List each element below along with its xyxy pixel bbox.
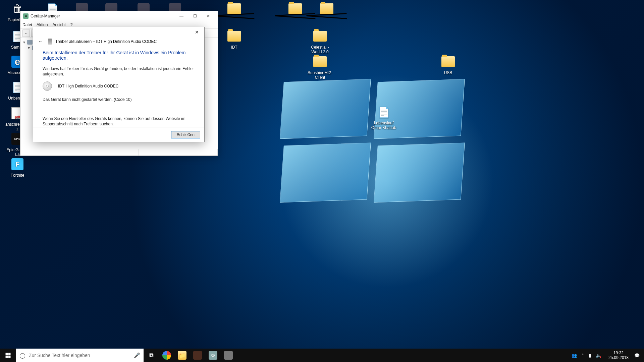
redaction-scribble — [307, 14, 347, 22]
fortnite-icon: F — [10, 157, 25, 172]
taskbar-app-chrome[interactable] — [159, 349, 174, 362]
desktop-icon[interactable] — [282, 1, 308, 17]
device-name: IDT High Definition Audio CODEC — [58, 84, 119, 88]
menu-action[interactable]: Aktion — [37, 22, 48, 27]
dialog-header: Treiber aktualisieren – IDT High Definit… — [55, 39, 157, 44]
start-button[interactable] — [0, 349, 16, 362]
windows-logo-art — [282, 80, 470, 201]
menu-view[interactable]: Ansicht — [52, 22, 65, 27]
driver-update-dialog: ✕ ← Treiber aktualisieren – IDT High Def… — [33, 27, 205, 142]
redaction-scribble — [214, 14, 254, 22]
hint-text: Wenn Sie den Hersteller des Geräts kenne… — [43, 116, 195, 127]
tray-clock[interactable]: 19:32 25.09.2018 — [605, 351, 632, 360]
desktop-icon-label: Fortnite — [5, 173, 30, 178]
desktop-icon[interactable] — [314, 1, 339, 17]
clock-time: 19:32 — [608, 351, 629, 355]
desktop-icon[interactable] — [221, 1, 247, 17]
statusbar — [20, 149, 218, 156]
close-button[interactable]: Schließen — [171, 131, 200, 138]
action-center-icon[interactable]: 💬 — [632, 349, 642, 362]
desktop-icon[interactable]: USB — [435, 54, 461, 75]
nav-back-button[interactable]: ← — [22, 29, 30, 37]
device-manager-icon: ⚙ — [23, 13, 29, 19]
computer-icon — [27, 40, 33, 45]
taskbar-app-generic2[interactable] — [221, 349, 236, 362]
back-button[interactable]: ← — [37, 38, 45, 45]
desktop-icon[interactable]: SunshineMt2-Client — [307, 54, 333, 80]
minimize-button[interactable]: — — [175, 11, 188, 21]
dialog-headline: Beim Installieren der Treiber für Ihr Ge… — [43, 50, 195, 61]
window-title: Geräte-Manager — [31, 14, 60, 18]
taskbar-app-device-manager[interactable]: ⚙ — [205, 349, 221, 362]
taskbar: ◯ 🎤 ⧉ 📁 ⚙ 👥 ˄ ▮ 🔈● 19:32 25.09.2018 💬 — [0, 349, 644, 362]
mic-icon[interactable]: 🎤 — [134, 352, 140, 358]
tray-chevron-up-icon[interactable]: ˄ — [579, 349, 586, 362]
folder-icon — [313, 54, 327, 69]
desktop-icon[interactable]: FFortnite — [5, 157, 30, 178]
folder-icon — [227, 29, 241, 44]
titlebar[interactable]: ⚙ Geräte-Manager — ☐ ✕ — [20, 11, 218, 21]
desktop-icon[interactable]: Celestial - World 2.0 — [307, 29, 333, 55]
maximize-button[interactable]: ☐ — [188, 11, 202, 21]
svg-rect-1 — [8, 353, 11, 355]
folder-icon — [441, 54, 455, 69]
svg-rect-2 — [6, 356, 8, 358]
search-input[interactable] — [29, 353, 130, 358]
search-box[interactable]: ◯ 🎤 — [16, 349, 144, 362]
desktop-icon-label: IDT — [221, 45, 247, 50]
tray-volume-icon[interactable]: 🔈● — [593, 349, 605, 362]
dialog-found-text: Windows hat Treiber für das Gerät gefund… — [43, 66, 195, 77]
taskbar-app-generic[interactable] — [190, 349, 205, 362]
close-button[interactable]: ✕ — [202, 11, 215, 21]
device-icon — [48, 39, 52, 45]
document-icon: 📄 — [376, 105, 391, 119]
desktop-icon-label: SunshineMt2-Client — [307, 70, 333, 80]
desktop-icon[interactable]: 📄Lebenslauf Omar Khattab — [371, 105, 396, 130]
tray-people-icon[interactable]: 👥 — [569, 349, 579, 362]
folder-icon — [313, 29, 327, 44]
close-icon[interactable]: ✕ — [192, 28, 202, 37]
task-view-button[interactable]: ⧉ — [144, 349, 159, 362]
tray-network-icon[interactable]: ▮ — [586, 349, 593, 362]
desktop-icon[interactable]: IDT — [221, 29, 247, 50]
taskbar-app-explorer[interactable]: 📁 — [174, 349, 190, 362]
desktop-icon-label: Lebenslauf Omar Khattab — [371, 121, 396, 130]
driver-cd-icon — [43, 81, 52, 91]
menu-help[interactable]: ? — [70, 22, 73, 27]
show-desktop-button[interactable] — [642, 349, 644, 362]
menu-file[interactable]: Datei — [22, 22, 32, 27]
svg-rect-3 — [8, 356, 11, 358]
cortana-icon: ◯ — [19, 352, 25, 359]
clock-date: 25.09.2018 — [608, 355, 629, 360]
error-code-text: Das Gerät kann nicht gestartet werden. (… — [43, 97, 195, 102]
svg-rect-0 — [6, 353, 8, 355]
desktop-icon-label: USB — [435, 70, 461, 75]
desktop-icon-label: Celestial - World 2.0 — [307, 45, 333, 55]
